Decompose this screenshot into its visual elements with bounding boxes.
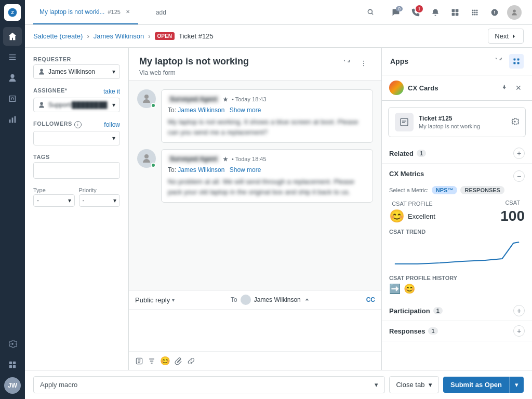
filter-icon[interactable] [323, 56, 338, 71]
notifications-button[interactable] [426, 3, 445, 22]
follow-link[interactable]: follow [104, 121, 120, 128]
bottom-bar: Apply macro ▾ Close tab ▾ Submit as Open… [25, 370, 532, 399]
csat-profile-col: CSAT PROFILE 😊 Excellent [389, 201, 435, 223]
apps-title: Apps [390, 57, 408, 65]
ticket-card-info: Ticket #125 My laptop is not working [419, 115, 506, 129]
reply-type-chevron: ▾ [172, 297, 175, 303]
calls-button[interactable]: 1 [406, 3, 425, 22]
next-button[interactable]: Next [488, 29, 524, 44]
sidebar-item-views[interactable] [3, 48, 22, 66]
csat-history-label: CSAT PROFILE HISTORY [389, 275, 525, 281]
sidebar-item-apps[interactable] [3, 355, 22, 374]
cx-metrics-section: CX Metrics − Select a Metric: NPS™ RESPO… [382, 164, 532, 301]
priority-chevron-icon: ▾ [113, 197, 116, 204]
more-options-icon[interactable] [356, 56, 371, 71]
participation-add-icon[interactable]: + [513, 305, 525, 316]
cx-cards-left: CX Cards [389, 81, 438, 95]
apply-macro-button[interactable]: Apply macro ▾ [33, 376, 385, 393]
sidebar-avatar[interactable]: JW [3, 376, 22, 395]
participation-title: Participation 1 [389, 307, 443, 315]
apps-icons [491, 54, 524, 69]
take-it-link[interactable]: take it [103, 88, 120, 95]
related-add-icon[interactable]: + [513, 148, 525, 159]
cx-pin-icon[interactable] [498, 82, 510, 94]
conversations-button[interactable]: 0 [387, 3, 405, 22]
cx-metrics-collapse-icon[interactable]: − [513, 170, 525, 182]
sidebar-item-admin[interactable] [3, 335, 22, 353]
sidebar-item-customers[interactable] [3, 69, 22, 87]
apps-grid-button[interactable] [466, 3, 484, 22]
attach-icon[interactable] [175, 357, 183, 365]
type-select[interactable]: - ▾ [33, 194, 75, 207]
svg-rect-29 [513, 62, 515, 64]
breadcrumb-create[interactable]: Salcette (create) [33, 32, 83, 40]
help-button[interactable] [485, 3, 504, 22]
svg-rect-31 [401, 118, 408, 126]
format-icon[interactable] [148, 357, 156, 365]
svg-point-22 [476, 14, 477, 15]
message-item: Surveyed Agent • Today 18:45 To: James W… [137, 149, 373, 203]
followers-info-icon[interactable]: i [74, 121, 82, 128]
topbar-icons: 0 1 [387, 3, 524, 22]
reply-type-button[interactable]: Public reply ▾ [135, 296, 175, 304]
responses-add-icon[interactable]: + [513, 325, 525, 337]
csat-profile-text: Excellent [408, 212, 435, 220]
user-avatar-button[interactable] [505, 3, 524, 22]
sidebar-item-organizations[interactable] [3, 89, 22, 108]
assignee-chevron-icon: ▾ [112, 101, 115, 109]
svg-point-18 [474, 11, 475, 13]
close-tab-button[interactable]: Close tab ▾ [389, 376, 439, 393]
message-header: Surveyed Agent • Today 18:45 [168, 155, 366, 163]
sidebar-item-home[interactable] [3, 27, 22, 46]
sidebar-item-reporting[interactable] [3, 110, 22, 129]
breadcrumb-user[interactable]: James Wilkinson [94, 32, 144, 40]
priority-select[interactable]: - ▾ [79, 194, 121, 207]
cc-button[interactable]: CC [366, 296, 375, 303]
refresh-icon[interactable] [340, 56, 354, 71]
tab-current-ticket[interactable]: My laptop is not worki... #125 ✕ [33, 0, 138, 24]
submit-dropdown-button[interactable]: ▾ [509, 377, 524, 393]
show-more-link[interactable]: Show more [230, 166, 261, 174]
svg-point-17 [472, 11, 473, 13]
smiley-icon: 😊 [389, 209, 405, 223]
cx-logo [389, 81, 404, 95]
tab-close-button[interactable]: ✕ [124, 8, 132, 16]
add-tab-button[interactable]: add [142, 0, 170, 24]
metric-pill-responses[interactable]: RESPONSES [460, 186, 504, 194]
svg-rect-28 [517, 58, 520, 60]
followers-group: Followers i follow ▾ [33, 121, 120, 145]
cx-cards-title: CX Cards [408, 84, 438, 92]
svg-point-24 [363, 63, 364, 64]
ticket-subtitle: Via web form [139, 69, 249, 76]
ticket-card: Ticket #125 My laptop is not working [388, 107, 526, 137]
products-button[interactable] [446, 3, 464, 22]
submit-group: Submit as Open ▾ [443, 377, 524, 393]
csat-row: CSAT PROFILE 😊 Excellent CSAT 100 [389, 200, 525, 224]
ticket-header: My laptop is not working Via web form [129, 48, 381, 81]
online-indicator [151, 103, 156, 108]
svg-point-23 [363, 61, 364, 62]
tags-input[interactable] [33, 162, 120, 179]
cx-metrics-title: CX Metrics [389, 170, 424, 178]
assignee-select[interactable]: Support/████████ ▾ [33, 98, 120, 112]
link-icon[interactable] [187, 357, 195, 365]
ticket-card-gear-icon[interactable] [511, 117, 519, 127]
metric-pill-nps[interactable]: NPS™ [432, 186, 458, 194]
ticket-reference: Ticket #125 [179, 32, 214, 40]
calls-badge: 1 [416, 5, 423, 12]
requester-group: Requester James Wilkinson ▾ [33, 56, 120, 79]
submit-button[interactable]: Submit as Open [443, 377, 509, 393]
requester-select[interactable]: James Wilkinson ▾ [33, 64, 120, 79]
history-arrow-icon: ➡️ [389, 283, 401, 295]
apps-grid-icon[interactable] [509, 54, 524, 69]
show-more-link[interactable]: Show more [230, 107, 261, 114]
cx-close-icon[interactable]: ✕ [512, 82, 525, 94]
search-button[interactable] [362, 3, 380, 22]
emoji-icon[interactable]: 😊 [160, 356, 170, 366]
apps-refresh-icon[interactable] [491, 54, 506, 69]
svg-rect-13 [456, 12, 459, 16]
followers-select[interactable]: ▾ [33, 131, 120, 145]
reply-textarea[interactable] [129, 310, 381, 351]
reply-to-avatar [241, 295, 251, 305]
draft-icon[interactable] [135, 357, 143, 365]
